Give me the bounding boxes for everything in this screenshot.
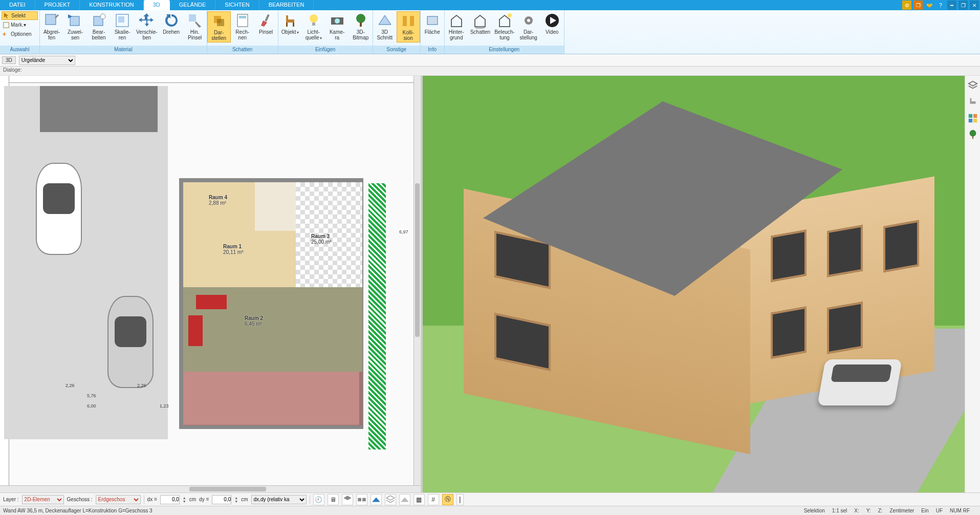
options-button[interactable]: + Optionen [2, 30, 38, 38]
darstellen-button[interactable]: Dar- stellen [207, 11, 231, 42]
scroll-thumb[interactable] [189, 487, 266, 491]
caret-icon[interactable]: ǀ [456, 494, 464, 505]
pinsel-button[interactable]: Pinsel [254, 11, 278, 36]
main-tab-strip: DATEI PROJEKT KONSTRUKTION 3D GELÄNDE SI… [0, 0, 980, 10]
svg-point-37 [969, 130, 976, 137]
new-window-icon[interactable]: ❐ [913, 1, 923, 10]
status-num: NUM RF [950, 508, 970, 513]
roof-gray-icon[interactable] [399, 494, 410, 505]
help-icon[interactable]: ? [936, 1, 945, 10]
beleuchtung-button[interactable]: Beleuch- tung [492, 11, 516, 41]
scroll-thumb[interactable] [415, 183, 420, 337]
drehen-button[interactable]: Drehen [160, 11, 183, 36]
3dbitmap-button[interactable]: 3D- Bitmap [349, 11, 373, 41]
stack-icon[interactable] [385, 494, 396, 505]
spinner-up-icon[interactable]: ▲ [234, 496, 238, 500]
tab-konstruktion[interactable]: KONSTRUKTION [80, 0, 143, 10]
group-title-einfuegen: Einfügen [278, 46, 373, 54]
window [883, 220, 919, 272]
spinner-down-icon[interactable]: ▼ [183, 500, 186, 503]
dimension: 5,76 [87, 393, 96, 398]
car-white [36, 163, 82, 255]
tab-projekt[interactable]: PROJEKT [35, 0, 80, 10]
roof-blue-icon[interactable] [371, 494, 382, 505]
scrollbar-horizontal[interactable] [0, 485, 421, 492]
handshake-icon[interactable]: 🤝 [925, 1, 934, 10]
hintergrund-button[interactable]: Hinter- grund [445, 11, 468, 41]
cubes-icon[interactable] [356, 494, 367, 505]
tree-panel-icon[interactable] [967, 129, 978, 140]
monitor-icon[interactable]: 🖥 [328, 494, 339, 505]
chevron-down-icon: ▾ [297, 30, 299, 35]
select-button[interactable]: Selekt [2, 11, 38, 20]
room3-label: Raum 325,00 m² [311, 233, 331, 245]
schatten-button[interactable]: Schatten [468, 11, 492, 36]
kamera-button[interactable]: Kame- ra [325, 11, 349, 41]
tab-gelaende[interactable]: GELÄNDE [170, 0, 216, 10]
caps-n-icon[interactable]: Ⓝ [442, 494, 453, 505]
camera-icon [329, 12, 345, 29]
zuweisen-button[interactable]: Zuwei- sen [63, 11, 87, 41]
cube-edit-icon [91, 12, 107, 29]
darstellung-button[interactable]: Dar- stellung [517, 11, 540, 41]
group-title-schatten: Schatten [207, 46, 278, 54]
work-area: Raum 42,88 m² Raum 120,11 m² Raum 325,00… [0, 76, 980, 492]
options-label: Optionen [11, 31, 32, 37]
layer-label: Layer : [3, 497, 19, 502]
mark-button[interactable]: Mark. ▾ [2, 20, 38, 29]
window [771, 230, 807, 282]
svg-rect-0 [4, 22, 9, 28]
spinner-up-icon[interactable]: ▲ [183, 496, 186, 500]
grid-icon[interactable]: ▦ [413, 494, 425, 505]
2d-plan-pane[interactable]: Raum 42,88 m² Raum 120,11 m² Raum 325,00… [0, 76, 423, 492]
objekt-button[interactable]: Objekt▾ [278, 11, 302, 36]
hash-icon[interactable]: # [428, 494, 439, 505]
hinpinsel-button[interactable]: Hin. Pinsel [183, 11, 207, 41]
ribbon-group-sonstige: 3D Schnitt Kolli- sion Sonstige [373, 10, 421, 54]
dx-input[interactable] [160, 495, 180, 504]
abgreifen-button[interactable]: Abgrei- fen [40, 11, 63, 41]
spinner-down-icon[interactable]: ▼ [234, 500, 238, 503]
svg-rect-19 [331, 17, 343, 25]
svg-rect-35 [968, 119, 972, 122]
3dschnitt-button[interactable]: 3D Schnitt [373, 11, 397, 41]
kollision-button[interactable]: Kolli- sion [397, 11, 420, 42]
group-title-info: Info [421, 46, 444, 54]
layers-icon[interactable] [967, 80, 978, 91]
window [771, 307, 807, 359]
flaeche-button[interactable]: Fläche [421, 11, 444, 36]
gear-icon[interactable]: ⚙ [902, 1, 911, 10]
lichtquelle-button[interactable]: Licht- quelle▾ [302, 11, 325, 42]
tab-datei[interactable]: DATEI [0, 0, 35, 10]
geschoss-select[interactable]: Erdgeschos [96, 495, 141, 504]
layer-select[interactable]: 2D-Elemen [22, 495, 64, 504]
rechnen-button[interactable]: Rech- nen [231, 11, 254, 41]
bearbeiten-button[interactable]: Bear- beiten [87, 11, 111, 41]
close-icon[interactable]: ✕ [970, 1, 979, 10]
tab-bearbeiten[interactable]: BEARBEITEN [259, 0, 314, 10]
window [494, 313, 551, 371]
brush-icon [187, 12, 203, 29]
video-button[interactable]: Video [540, 11, 564, 36]
terrain-select[interactable]: Urgelände [19, 56, 75, 65]
dimension: 2,26 [137, 383, 146, 388]
dialog-bar: Dialoge: [0, 67, 980, 76]
skalieren-button[interactable]: Skalie- ren [111, 11, 134, 41]
scrollbar-vertical[interactable] [413, 76, 421, 485]
3d-view-pane[interactable] [423, 76, 965, 492]
room1-label: Raum 120,11 m² [223, 244, 243, 255]
tab-sichten[interactable]: SICHTEN [215, 0, 259, 10]
svg-rect-11 [239, 16, 246, 18]
materials-icon[interactable] [967, 113, 978, 124]
layers-toggle-icon[interactable] [342, 494, 353, 505]
svg-rect-34 [973, 114, 976, 118]
dy-input[interactable] [212, 495, 231, 504]
chair-icon[interactable] [967, 96, 978, 108]
verschieben-button[interactable]: Verschie- ben [134, 11, 160, 41]
status-y: Y: [866, 508, 871, 513]
coord-mode-select[interactable]: dx,dy (relativ ka [251, 495, 307, 504]
tab-3d[interactable]: 3D [144, 0, 170, 10]
minimize-icon[interactable]: ━ [947, 1, 956, 10]
restore-icon[interactable]: ❐ [959, 1, 968, 10]
clock-icon[interactable]: 🕘 [313, 494, 324, 505]
